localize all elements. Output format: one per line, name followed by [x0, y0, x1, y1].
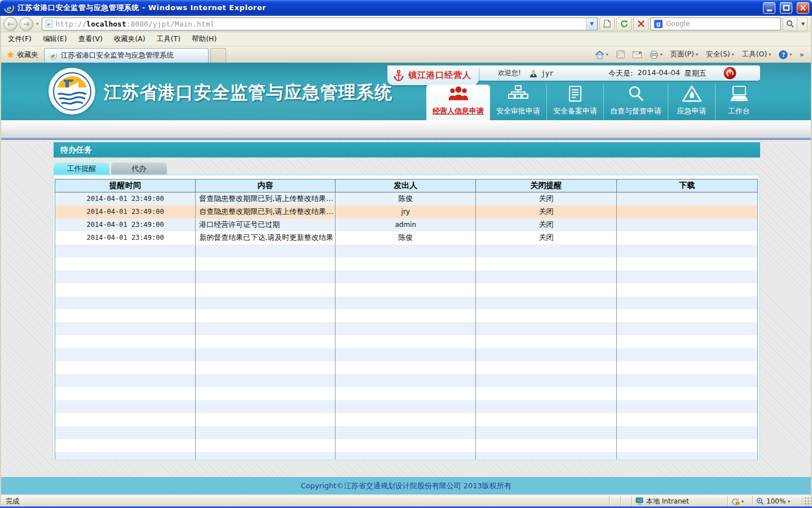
- header-lower-band: [1, 120, 811, 138]
- document-icon: [566, 85, 584, 103]
- compatibility-view-button[interactable]: [599, 17, 615, 31]
- nav-workbench[interactable]: 工作台: [715, 85, 762, 120]
- nav-safety-record[interactable]: 安全备案申请: [546, 85, 603, 120]
- zoom-control[interactable]: 100% ▾: [752, 496, 802, 506]
- forward-button[interactable]: →: [19, 17, 33, 31]
- menu-help[interactable]: 帮助(H): [186, 32, 222, 46]
- safety-menu-button[interactable]: 安全(S) ▾: [703, 48, 738, 61]
- zoom-level: 100%: [766, 497, 785, 505]
- username: jyr: [541, 69, 554, 77]
- status-spacer-2: [620, 496, 632, 506]
- table-row-empty: [55, 452, 758, 461]
- search-button[interactable]: [783, 17, 797, 31]
- address-dropdown-button[interactable]: ▼: [586, 18, 597, 30]
- app-header: 江苏省港口安全监管与应急管理系统 镇江港口经营人: [1, 63, 811, 120]
- nav-emergency[interactable]: 应急申请: [668, 85, 715, 120]
- close-reminder-link[interactable]: 关闭: [539, 194, 553, 203]
- google-icon: g: [654, 20, 663, 28]
- todo-panel-title: 待办任务: [54, 142, 760, 157]
- table-row-empty: [55, 400, 758, 413]
- table-row[interactable]: 2014-04-01 23:49:00 港口经营许可证号已过期 admin 关闭: [55, 218, 758, 231]
- resize-grip[interactable]: [802, 496, 811, 506]
- feeds-button[interactable]: [613, 49, 628, 60]
- table-row-empty: [55, 426, 758, 439]
- security-zone[interactable]: 本地 Intranet: [632, 496, 727, 506]
- url-host: localhost: [86, 20, 126, 28]
- svg-text:e: e: [6, 4, 11, 12]
- date-value: 2014-04-04: [637, 68, 680, 78]
- todo-tabs: 工作提醒 代办: [54, 163, 811, 174]
- welcome-label: 欢迎您!: [498, 68, 521, 78]
- new-tab-stub[interactable]: [210, 48, 226, 63]
- table-row-empty: [55, 309, 758, 322]
- url-path: :8080/yjpt/Main.html: [126, 20, 215, 28]
- restore-button[interactable]: [780, 2, 792, 14]
- minimize-button[interactable]: [763, 2, 775, 14]
- menu-favorites[interactable]: 收藏夹(A): [108, 32, 151, 46]
- back-button[interactable]: ←: [3, 17, 17, 31]
- home-dropdown-icon[interactable]: ▾: [606, 52, 608, 57]
- status-spacer-1: [609, 496, 620, 506]
- safety-dropdown-icon: ▾: [732, 52, 734, 57]
- svg-text:?: ?: [782, 51, 785, 58]
- tab-work-reminder[interactable]: 工作提醒: [54, 163, 109, 174]
- table-row-empty: [55, 257, 758, 270]
- nav-self-inspection[interactable]: 自查与督查申请: [603, 85, 668, 120]
- print-button[interactable]: ▾: [646, 49, 666, 61]
- address-field[interactable]: e http://localhost:8080/yjpt/Main.html ▼: [42, 17, 598, 30]
- tab-pending[interactable]: 代办: [111, 163, 167, 174]
- nav-operator-info[interactable]: 经营人信息申请: [426, 85, 490, 120]
- web-page: 江苏省港口安全监管与应急管理系统 镇江港口经营人: [1, 63, 811, 496]
- col-content: 内容: [196, 179, 336, 192]
- nav-safety-approval[interactable]: 安全审批申请: [490, 85, 546, 120]
- tab-title: 江苏省港口安全监管与应急管理系统: [61, 51, 174, 60]
- table-row-empty: [55, 374, 758, 387]
- print-dropdown-icon[interactable]: ▾: [660, 52, 663, 57]
- help-dropdown-icon[interactable]: ▾: [789, 52, 792, 57]
- refresh-button[interactable]: [616, 17, 632, 31]
- tools-menu-button[interactable]: 工具(O) ▾: [739, 48, 775, 61]
- cell-time: 2014-04-01 23:49:00: [55, 218, 196, 231]
- close-reminder-link[interactable]: 关闭: [539, 233, 553, 242]
- browser-tab[interactable]: e 江苏省港口安全监管与应急管理系统: [44, 48, 209, 63]
- menu-edit[interactable]: 编辑(E): [37, 32, 73, 46]
- cell-time: 2014-04-01 23:49:00: [55, 231, 196, 244]
- app-title: 江苏省港口安全监管与应急管理系统: [104, 81, 392, 104]
- help-button[interactable]: ? ▾: [775, 49, 795, 61]
- overflow-chevron-icon[interactable]: »: [796, 49, 807, 60]
- protected-mode-button[interactable]: ▾: [727, 496, 752, 506]
- menu-bar: 文件(F) 编辑(E) 查看(V) 收藏夹(A) 工具(T) 帮助(H): [1, 32, 811, 46]
- menu-file[interactable]: 文件(F): [2, 32, 37, 46]
- search-dropdown-icon[interactable]: ▼: [799, 17, 807, 31]
- stop-button[interactable]: [633, 17, 648, 31]
- menu-view[interactable]: 查看(V): [73, 32, 108, 46]
- favorites-button[interactable]: ★ 收藏夹: [5, 50, 44, 63]
- search-input[interactable]: g Google: [650, 17, 781, 30]
- menu-tools[interactable]: 工具(T): [151, 32, 186, 46]
- user-role-tab[interactable]: 镇江港口经营人: [387, 65, 479, 85]
- command-bar: ▾ ▾ 页面(P) ▾ 安全(S) ▾: [592, 48, 807, 63]
- close-button[interactable]: ×: [797, 2, 809, 14]
- logout-power-button[interactable]: [723, 67, 736, 80]
- status-bar: 完成 本地 Intranet ▾ 100% ▾: [1, 496, 811, 506]
- table-row[interactable]: 2014-04-01 23:49:00 新的督查结果已下达,请及时更新整改结果 …: [55, 231, 758, 244]
- title-bar: e 江苏省港口安全监管与应急管理系统 - Windows Internet Ex…: [0, 0, 812, 16]
- page-content: 待办任务 工作提醒 代办 提醒时间 内容 发出人 关闭提醒: [1, 140, 811, 496]
- read-mail-button[interactable]: [629, 50, 645, 60]
- cell-sender: jry: [336, 205, 476, 218]
- table-row[interactable]: 2014-04-01 23:49:00 督查隐患整改期限已到,请上传整改结果… …: [55, 192, 758, 205]
- zoom-dropdown-icon: ▾: [788, 499, 790, 504]
- avatar-icon: [529, 69, 538, 78]
- close-reminder-link[interactable]: 关闭: [539, 220, 553, 229]
- table-row-empty: [55, 244, 758, 257]
- todo-panel: 提醒时间 内容 发出人 关闭提醒 下载 2014-04-01 23:49:00 …: [52, 174, 760, 461]
- cell-download: [616, 218, 757, 231]
- history-dropdown-icon[interactable]: ▾: [35, 21, 40, 27]
- page-menu-button[interactable]: 页面(P) ▾: [667, 48, 701, 61]
- browser-window: e 江苏省港口安全监管与应急管理系统 - Windows Internet Ex…: [0, 0, 812, 508]
- close-reminder-link[interactable]: 关闭: [539, 207, 553, 216]
- home-button[interactable]: ▾: [592, 49, 612, 61]
- table-row[interactable]: 2014-04-01 23:49:00 自查隐患整改期限已到,请上传整改结果… …: [55, 205, 758, 218]
- todo-table: 提醒时间 内容 发出人 关闭提醒 下载 2014-04-01 23:49:00 …: [55, 179, 758, 461]
- intranet-icon: [636, 497, 644, 505]
